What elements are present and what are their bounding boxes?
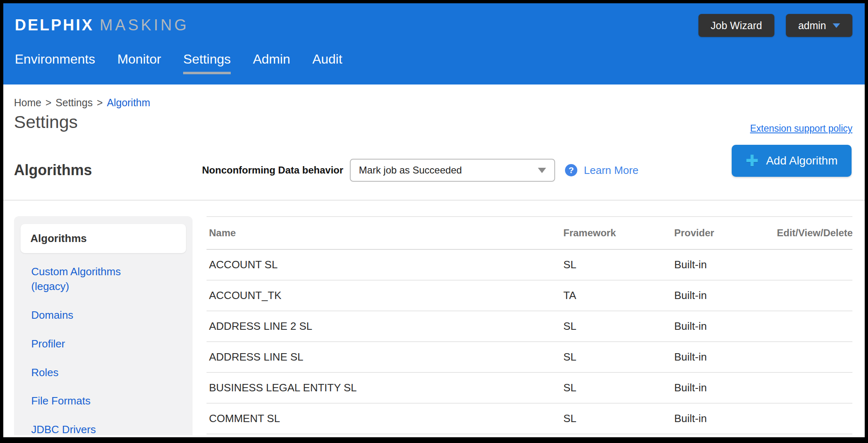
plus-icon: ✚: [746, 153, 759, 169]
cell-name: ACCOUNT SL: [207, 258, 561, 271]
cell-framework: TA: [561, 289, 672, 302]
app-window: DELPHIX MASKING Job Wizard admin Environ…: [3, 3, 865, 437]
column-header-framework: Framework: [561, 227, 672, 239]
column-header-edit-view-delete: Edit/View/Delete: [774, 227, 852, 239]
nav-item-admin[interactable]: Admin: [253, 52, 290, 74]
extension-support-policy-link[interactable]: Extension support policy: [750, 123, 852, 134]
table-row-address-line-sl[interactable]: ADDRESS LINE SL SL Built-in: [207, 342, 852, 373]
breadcrumb-home[interactable]: Home: [14, 97, 41, 109]
screenshot-frame: DELPHIX MASKING Job Wizard admin Environ…: [0, 0, 868, 443]
main-nav: Environments Monitor Settings Admin Audi…: [3, 52, 865, 74]
algorithms-table: Name Framework Provider Edit/View/Delete…: [207, 216, 852, 435]
cell-name: ACCOUNT_TK: [207, 289, 561, 302]
breadcrumb-separator: >: [97, 97, 103, 109]
table-row-account-tk[interactable]: ACCOUNT_TK TA Built-in: [207, 281, 852, 311]
help-icon[interactable]: ?: [565, 164, 577, 176]
add-algorithm-label: Add Algorithm: [766, 154, 838, 167]
sidebar-item-roles[interactable]: Roles: [31, 365, 154, 380]
nav-item-environments[interactable]: Environments: [15, 52, 95, 74]
nonconforming-data-behavior-group: Nonconforming Data behavior Mark job as …: [202, 159, 638, 182]
nonconforming-select[interactable]: Mark job as Succeeded: [350, 159, 555, 182]
cell-provider: Built-in: [672, 351, 774, 363]
settings-sidebar: Algorithms Custom Algorithms (legacy) Do…: [14, 216, 193, 435]
sidebar-item-domains[interactable]: Domains: [31, 308, 154, 323]
breadcrumb: Home > Settings > Algorithm: [14, 97, 852, 109]
section-heading-algorithms: Algorithms: [14, 162, 92, 179]
header-top-bar: DELPHIX MASKING Job Wizard admin: [3, 3, 865, 37]
nav-item-monitor[interactable]: Monitor: [117, 52, 161, 74]
sidebar-item-file-formats[interactable]: File Formats: [31, 394, 154, 409]
section-row: Algorithms Nonconforming Data behavior M…: [14, 159, 852, 182]
nonconforming-label: Nonconforming Data behavior: [202, 164, 343, 176]
breadcrumb-separator: >: [46, 97, 52, 109]
caret-down-icon: [833, 23, 840, 28]
sidebar-item-custom-algorithms-legacy[interactable]: Custom Algorithms (legacy): [31, 265, 154, 294]
user-menu-button[interactable]: admin: [786, 14, 852, 37]
cell-provider: Built-in: [672, 258, 774, 271]
cell-framework: SL: [561, 351, 672, 363]
cell-name: BUSINESS LEGAL ENTITY SL: [207, 381, 561, 394]
cell-name: ADDRESS LINE 2 SL: [207, 320, 561, 333]
breadcrumb-settings[interactable]: Settings: [55, 97, 92, 109]
cell-name: COMMENT SL: [207, 412, 561, 425]
content-area: Algorithms Custom Algorithms (legacy) Do…: [14, 216, 852, 435]
cell-provider: Built-in: [672, 289, 774, 302]
cell-provider: Built-in: [672, 320, 774, 333]
column-header-name: Name: [207, 227, 561, 239]
cell-provider: Built-in: [672, 412, 774, 425]
breadcrumb-algorithm[interactable]: Algorithm: [107, 97, 150, 109]
sidebar-item-algorithms[interactable]: Algorithms: [21, 224, 186, 253]
sidebar-item-algorithms-label: Algorithms: [30, 232, 87, 244]
table-row-address-line-2-sl[interactable]: ADDRESS LINE 2 SL SL Built-in: [207, 311, 852, 342]
app-header: DELPHIX MASKING Job Wizard admin Environ…: [3, 3, 865, 84]
table-row-account-sl[interactable]: ACCOUNT SL SL Built-in: [207, 250, 852, 281]
cell-framework: SL: [561, 258, 672, 271]
header-actions: Job Wizard admin: [698, 14, 852, 37]
cell-framework: SL: [561, 412, 672, 425]
table-header-row: Name Framework Provider Edit/View/Delete: [207, 216, 852, 250]
brand-masking-text: MASKING: [100, 16, 189, 34]
job-wizard-button[interactable]: Job Wizard: [698, 14, 774, 37]
user-menu-label: admin: [798, 20, 826, 32]
table-row-comment-sl[interactable]: COMMENT SL SL Built-in: [207, 404, 852, 434]
select-caret-icon: [538, 168, 546, 173]
nav-item-audit[interactable]: Audit: [312, 52, 342, 74]
nav-item-settings[interactable]: Settings: [183, 52, 231, 74]
sidebar-item-jdbc-drivers[interactable]: JDBC Drivers: [31, 422, 154, 435]
main-content: Home > Settings > Algorithm Settings Ext…: [3, 97, 865, 435]
add-algorithm-button[interactable]: ✚ Add Algorithm: [732, 145, 852, 177]
nonconforming-selected-value: Mark job as Succeeded: [359, 164, 462, 176]
brand-logo: DELPHIX MASKING: [15, 16, 189, 34]
cell-name: ADDRESS LINE SL: [207, 351, 561, 363]
content-divider: [3, 200, 865, 201]
cell-provider: Built-in: [672, 381, 774, 394]
brand-delphix-text: DELPHIX: [15, 16, 94, 34]
table-row-business-legal-entity-sl[interactable]: BUSINESS LEGAL ENTITY SL SL Built-in: [207, 373, 852, 404]
cell-framework: SL: [561, 381, 672, 394]
learn-more-link[interactable]: Learn More: [584, 164, 638, 177]
sidebar-item-profiler[interactable]: Profiler: [31, 337, 154, 352]
page-title: Settings: [14, 111, 852, 132]
cell-framework: SL: [561, 320, 672, 333]
column-header-provider: Provider: [672, 227, 774, 239]
